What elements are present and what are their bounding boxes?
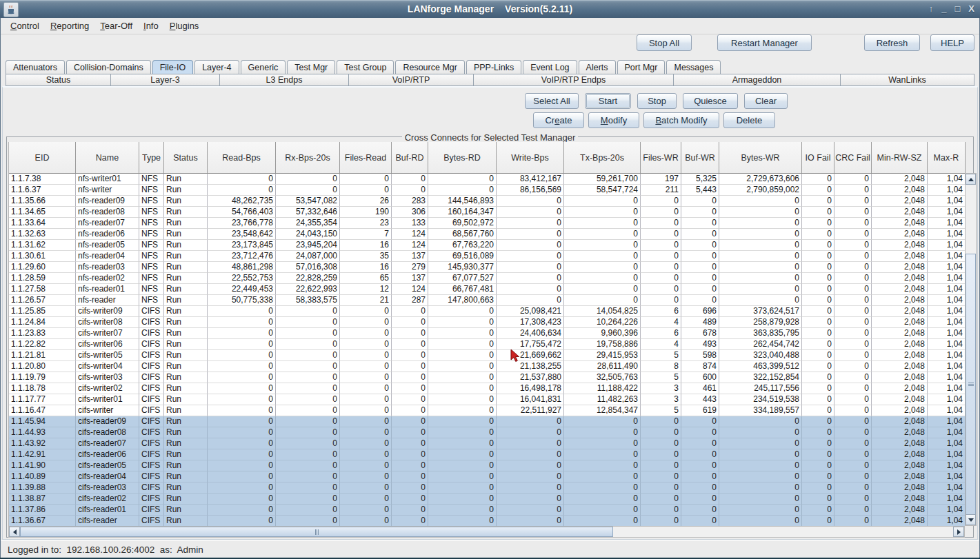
horizontal-scrollbar[interactable] — [8, 526, 965, 538]
tab-test-group[interactable]: Test Group — [337, 60, 394, 74]
column-header-bytes-rd[interactable]: Bytes-RD — [428, 142, 497, 173]
menu-item-tear-off[interactable]: Tear-Off — [94, 19, 138, 32]
tab-port-mgr[interactable]: Port Mgr — [617, 60, 666, 74]
tab-collision-domains[interactable]: Collision-Domains — [66, 60, 151, 74]
column-header-crc-fail[interactable]: CRC Fail — [834, 142, 872, 173]
tab-attenuators[interactable]: Attenuators — [6, 60, 65, 74]
help-button[interactable]: HELP — [930, 34, 974, 51]
table-row-1.1.24.84[interactable]: 1.1.24.84cifs-writer08CIFSRun0000017,308… — [9, 317, 966, 328]
tab-ppp-links[interactable]: PPP-Links — [466, 60, 521, 74]
table-row-1.1.29.60[interactable]: 1.1.29.60nfs-reader03NFSRun48,861,29857,… — [9, 262, 966, 273]
table-row-1.1.44.93[interactable]: 1.1.44.93cifs-reader08CIFSRun00000000000… — [9, 427, 966, 438]
table-row-1.1.34.65[interactable]: 1.1.34.65nfs-reader08NFSRun54,766,40357,… — [9, 207, 966, 218]
column-header-files-wr[interactable]: Files-WR — [641, 142, 681, 173]
table-row-1.1.25.85[interactable]: 1.1.25.85cifs-writer09CIFSRun0000025,098… — [9, 306, 966, 317]
table-row-1.1.26.57[interactable]: 1.1.26.57nfs-readerNFSRun50,775,33858,38… — [9, 295, 966, 306]
table-row-1.1.21.81[interactable]: 1.1.21.81cifs-writer05CIFSRun0000021,669… — [9, 350, 966, 361]
table-row-1.1.33.64[interactable]: 1.1.33.64nfs-reader07NFSRun23,766,77824,… — [9, 218, 966, 229]
vertical-scrollbar[interactable] — [965, 173, 977, 526]
table-row-1.1.32.63[interactable]: 1.1.32.63nfs-reader06NFSRun23,548,64224,… — [9, 229, 966, 240]
delete-button[interactable]: Delete — [723, 112, 775, 128]
column-header-name[interactable]: Name — [76, 142, 139, 173]
menu-item-plugins[interactable]: Plugins — [164, 19, 205, 32]
table-row-1.1.19.79[interactable]: 1.1.19.79cifs-writer03CIFSRun0000021,537… — [9, 372, 966, 383]
tab-layer-4[interactable]: Layer-4 — [194, 60, 239, 74]
refresh-button[interactable]: Refresh — [864, 34, 920, 51]
table-row-1.1.23.83[interactable]: 1.1.23.83cifs-writer07CIFSRun0000024,406… — [9, 328, 966, 339]
table-row-1.1.41.90[interactable]: 1.1.41.90cifs-reader05CIFSRun00000000000… — [9, 460, 966, 471]
column-header-read-bps[interactable]: Read-Bps — [208, 142, 276, 173]
table-row-1.1.42.91[interactable]: 1.1.42.91cifs-reader06CIFSRun00000000000… — [9, 449, 966, 460]
table-row-1.1.18.78[interactable]: 1.1.18.78cifs-writer02CIFSRun0000016,498… — [9, 383, 966, 394]
column-header-min-rw-sz[interactable]: Min-RW-SZ — [872, 142, 928, 173]
table-row-1.1.28.59[interactable]: 1.1.28.59nfs-reader02NFSRun22,552,75322,… — [9, 273, 966, 284]
horizontal-scrollbar-thumb[interactable] — [20, 527, 613, 537]
column-header-buf-wr[interactable]: Buf-WR — [681, 142, 719, 173]
vertical-scrollbar-thumb[interactable] — [966, 254, 976, 515]
column-header-rx-bps-20s[interactable]: Rx-Bps-20s — [276, 142, 340, 173]
scroll-left-button[interactable] — [9, 527, 20, 537]
column-header-bytes-wr[interactable]: Bytes-WR — [719, 142, 802, 173]
modify-button[interactable]: Modify — [588, 112, 639, 128]
tab-wanlinks[interactable]: WanLinks — [841, 74, 974, 86]
table-row-1.1.17.77[interactable]: 1.1.17.77cifs-writer01CIFSRun0000016,041… — [9, 394, 966, 405]
table-row-1.1.45.94[interactable]: 1.1.45.94cifs-reader09CIFSRun00000000000… — [9, 416, 966, 427]
start-button[interactable]: Start — [585, 93, 631, 109]
batch-modify-button[interactable]: Batch Modify — [643, 112, 719, 128]
scroll-right-button[interactable] — [953, 527, 964, 537]
table-row-1.1.7.38[interactable]: 1.1.7.38nfs-writer01NFSRun0000083,412,16… — [9, 174, 966, 185]
tab-voip-rtp-endps[interactable]: VoIP/RTP Endps — [474, 74, 674, 86]
minimize-button[interactable]: _ — [941, 0, 946, 18]
table-row-1.1.35.66[interactable]: 1.1.35.66nfs-reader09NFSRun48,262,73553,… — [9, 196, 966, 207]
column-header-max-r[interactable]: Max-R — [928, 142, 966, 173]
stop-button[interactable]: Stop — [637, 93, 677, 109]
column-header-status[interactable]: Status — [164, 142, 208, 173]
tab-test-mgr[interactable]: Test Mgr — [287, 60, 335, 74]
menu-item-reporting[interactable]: Reporting — [45, 19, 94, 32]
column-header-type[interactable]: Type — [139, 142, 164, 173]
tab-messages[interactable]: Messages — [666, 60, 721, 74]
table-row-1.1.31.62[interactable]: 1.1.31.62nfs-reader05NFSRun23,173,84523,… — [9, 240, 966, 251]
tab-event-log[interactable]: Event Log — [523, 60, 577, 74]
table-row-1.1.22.82[interactable]: 1.1.22.82cifs-writer06CIFSRun0000017,755… — [9, 339, 966, 350]
table-row-1.1.36.67[interactable]: 1.1.36.67cifs-readerCIFSRun0000000000002… — [9, 516, 966, 526]
tab-armageddon[interactable]: Armageddon — [674, 74, 841, 86]
column-header-tx-bps-20s[interactable]: Tx-Bps-20s — [564, 142, 641, 173]
tab-generic[interactable]: Generic — [241, 60, 286, 74]
table-row-1.1.40.89[interactable]: 1.1.40.89cifs-reader04CIFSRun00000000000… — [9, 471, 966, 482]
table-row-1.1.27.58[interactable]: 1.1.27.58nfs-reader01NFSRun22,449,45322,… — [9, 284, 966, 295]
tab-file-io[interactable]: File-IO — [152, 60, 194, 74]
close-button[interactable]: X — [968, 0, 974, 18]
restart-manager-button[interactable]: Restart Manager — [717, 34, 812, 51]
column-header-write-bps[interactable]: Write-Bps — [497, 142, 564, 173]
tab-status[interactable]: Status — [6, 74, 111, 86]
quiesce-button[interactable]: Quiesce — [683, 93, 738, 109]
stop-all-button[interactable]: Stop All — [637, 34, 692, 51]
column-header-io-fail[interactable]: IO Fail — [802, 142, 834, 173]
tab-layer-3[interactable]: Layer-3 — [111, 74, 220, 86]
maximize-button[interactable]: □ — [954, 0, 960, 18]
table-row-1.1.38.87[interactable]: 1.1.38.87cifs-reader02CIFSRun00000000000… — [9, 494, 966, 505]
menu-item-info[interactable]: Info — [138, 19, 164, 32]
shade-button[interactable]: ↑ — [929, 0, 934, 18]
menu-item-control[interactable]: Control — [5, 19, 45, 32]
clear-button[interactable]: Clear — [744, 93, 788, 109]
table-row-1.1.37.86[interactable]: 1.1.37.86cifs-reader01CIFSRun00000000000… — [9, 505, 966, 516]
table-row-1.1.43.92[interactable]: 1.1.43.92cifs-reader07CIFSRun00000000000… — [9, 438, 966, 449]
scroll-up-button[interactable] — [966, 174, 976, 185]
tab-voip-rtp[interactable]: VoIP/RTP — [349, 74, 474, 86]
column-header-eid[interactable]: EID — [9, 142, 76, 173]
column-header-files-read[interactable]: Files-Read — [340, 142, 392, 173]
tab-l3-endps[interactable]: L3 Endps — [220, 74, 349, 86]
table-row-1.1.39.88[interactable]: 1.1.39.88cifs-reader03CIFSRun00000000000… — [9, 482, 966, 494]
column-header-buf-rd[interactable]: Buf-RD — [392, 142, 428, 173]
create-button[interactable]: Create — [533, 112, 584, 128]
tab-resource-mgr[interactable]: Resource Mgr — [395, 60, 465, 74]
select-all-button[interactable]: Select All — [525, 93, 579, 109]
table-row-1.1.20.80[interactable]: 1.1.20.80cifs-writer04CIFSRun0000021,138… — [9, 361, 966, 372]
table-row-1.1.16.47[interactable]: 1.1.16.47cifs-writerCIFSRun0000022,511,9… — [9, 405, 966, 416]
table-row-1.1.6.37[interactable]: 1.1.6.37nfs-writerNFSRun0000086,156,5695… — [9, 185, 966, 196]
table-row-1.1.30.61[interactable]: 1.1.30.61nfs-reader04NFSRun23,712,47624,… — [9, 251, 966, 262]
scroll-down-button[interactable] — [966, 514, 976, 525]
tab-alerts[interactable]: Alerts — [579, 60, 616, 74]
